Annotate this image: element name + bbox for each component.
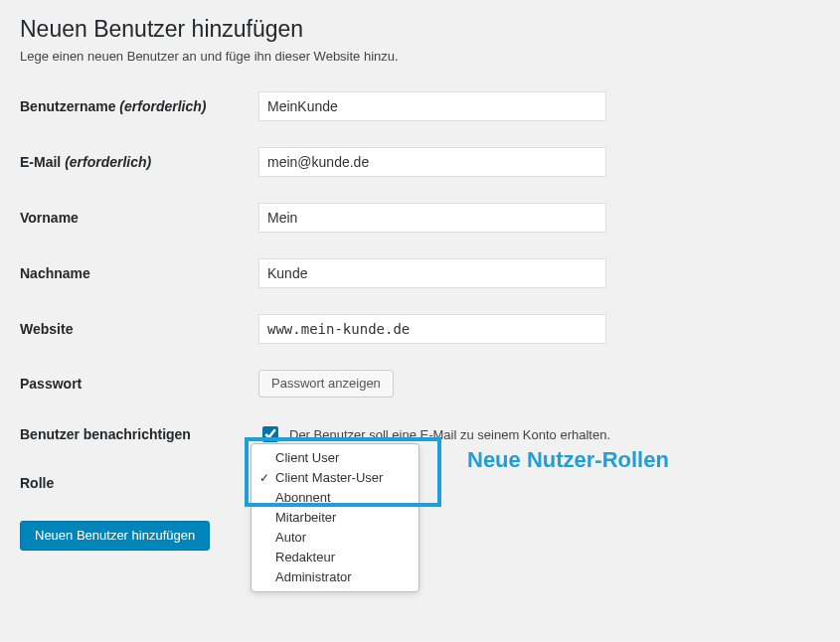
annotation-text: Neue Nutzer-Rollen (467, 447, 669, 473)
page-subtitle: Lege einen neuen Benutzer an und füge ih… (20, 49, 820, 64)
add-user-form: Benutzername (erforderlich) E-Mail (erfo… (20, 91, 820, 551)
role-option[interactable]: Autor (252, 528, 419, 548)
role-select-dropdown[interactable]: Client UserClient Master-UserAbonnentMit… (251, 443, 420, 592)
password-label: Passwort (20, 376, 258, 392)
role-option[interactable]: Abonnent (252, 488, 419, 508)
username-input[interactable] (258, 91, 606, 121)
website-input[interactable] (258, 314, 606, 344)
show-password-button[interactable]: Passwort anzeigen (258, 370, 394, 398)
username-label: Benutzername (erforderlich) (20, 98, 258, 114)
role-option[interactable]: Administrator (252, 567, 419, 587)
page-title: Neuen Benutzer hinzufügen (20, 16, 820, 43)
notify-text: Der Benutzer soll eine E-Mail zu seinem … (289, 427, 610, 442)
role-option[interactable]: Mitarbeiter (252, 508, 419, 528)
role-option[interactable]: Client User (252, 448, 419, 468)
notify-label: Benutzer benachrichtigen (20, 426, 258, 442)
email-input[interactable] (258, 147, 606, 177)
website-label: Website (20, 321, 258, 337)
firstname-input[interactable] (258, 203, 606, 233)
email-label: E-Mail (erforderlich) (20, 154, 258, 170)
notify-checkbox[interactable] (262, 426, 278, 442)
role-option[interactable]: Client Master-User (252, 468, 419, 488)
lastname-input[interactable] (258, 258, 606, 288)
lastname-label: Nachname (20, 265, 258, 281)
role-label: Rolle (20, 471, 258, 491)
role-option[interactable]: Redakteur (252, 548, 419, 567)
firstname-label: Vorname (20, 210, 258, 226)
submit-add-user-button[interactable]: Neuen Benutzer hinzufügen (20, 521, 210, 551)
